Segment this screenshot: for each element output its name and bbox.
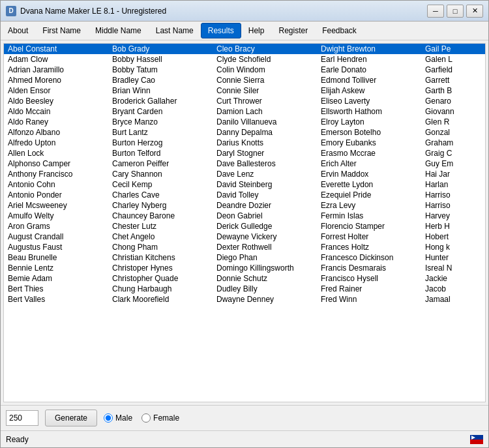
name-cell: Burton Herzog xyxy=(108,138,213,148)
female-radio-label[interactable]: Female xyxy=(141,413,179,423)
name-cell: Francis Desmarais xyxy=(317,263,421,273)
name-cell: Aldo Mccain xyxy=(4,106,108,117)
name-cell: Galen L xyxy=(421,54,485,65)
table-row[interactable]: Aldo BeesleyBroderick GallaherCurt Throw… xyxy=(4,96,485,106)
table-row[interactable]: Anthony FranciscoCary ShannonDave LenzEr… xyxy=(4,169,485,179)
male-radio-label[interactable]: Male xyxy=(104,413,132,423)
name-cell: Brian Winn xyxy=(108,85,213,96)
name-cell: Christoper Hynes xyxy=(108,263,213,273)
table-row[interactable]: Bemie AdamChristopher QuadeDonnie Schutz… xyxy=(4,273,485,284)
generate-button[interactable]: Generate xyxy=(45,410,97,426)
table-row[interactable]: Bennie LentzChristoper HynesDomingo Kill… xyxy=(4,263,485,273)
table-row[interactable]: August CrandallChet AngeloDewayne Vicker… xyxy=(4,231,485,242)
name-cell: Derick Gulledge xyxy=(213,221,317,231)
name-cell: Ariel Mcsweeney xyxy=(4,200,108,211)
names-list-scroll[interactable]: Abel ConstantBob GradyCleo BracyDwight B… xyxy=(4,44,485,402)
male-radio[interactable] xyxy=(104,413,113,423)
name-cell: Deandre Dozier xyxy=(213,200,317,211)
table-row[interactable]: Augustus FaustChong PhamDexter RothwellF… xyxy=(4,242,485,252)
names-table: Abel ConstantBob GradyCleo BracyDwight B… xyxy=(4,44,485,305)
menu-help[interactable]: Help xyxy=(241,23,272,38)
table-row[interactable]: Alphonso CamperCameron PeifferDave Balle… xyxy=(4,158,485,169)
name-cell: Erich Alter xyxy=(317,158,421,169)
table-row[interactable]: Beau BrunelleChristian KitchensDiego Pha… xyxy=(4,252,485,263)
close-button[interactable]: ✕ xyxy=(466,5,483,18)
name-cell: Earl Hendren xyxy=(317,54,421,65)
name-cell: Bryant Carden xyxy=(108,106,213,117)
name-cell: Francisco Hysell xyxy=(317,273,421,284)
window-controls: ─ □ ✕ xyxy=(427,5,483,18)
table-row[interactable]: Adrian JaramilloBobby TatumColin WindomE… xyxy=(4,65,485,75)
name-cell: Jackie xyxy=(421,273,485,284)
name-cell: Chong Pham xyxy=(108,242,213,252)
name-cell: Isreal N xyxy=(421,263,485,273)
name-cell: Bemie Adam xyxy=(4,273,108,284)
name-cell: Edmond Tolliver xyxy=(317,75,421,85)
name-cell: Cary Shannon xyxy=(108,169,213,179)
name-cell: Colin Windom xyxy=(213,65,317,75)
menu-middle-name[interactable]: Middle Name xyxy=(88,23,149,38)
name-cell: Bennie Lentz xyxy=(4,263,108,273)
window-title: Dvana Name Maker LE 8.1 - Unregistered xyxy=(20,7,427,16)
main-window: D Dvana Name Maker LE 8.1 - Unregistered… xyxy=(0,0,489,448)
table-row[interactable]: Alfredo UptonBurton HerzogDarius KnottsE… xyxy=(4,138,485,148)
name-cell: Allen Lock xyxy=(4,148,108,158)
bottom-controls: Generate Male Female xyxy=(1,405,488,430)
name-cell: Bert Valles xyxy=(4,294,108,305)
table-row[interactable]: Adam ClowBobby HassellClyde SchofieldEar… xyxy=(4,54,485,65)
name-cell: Fermin Islas xyxy=(317,211,421,221)
menu-register[interactable]: Register xyxy=(271,23,315,38)
name-cell: Aldo Beesley xyxy=(4,96,108,106)
minimize-button[interactable]: ─ xyxy=(427,5,444,18)
name-cell: Bobby Hassell xyxy=(108,54,213,65)
maximize-button[interactable]: □ xyxy=(447,5,464,18)
table-row[interactable]: Allen LockBurton TelfordDaryl StognerEra… xyxy=(4,148,485,158)
name-cell: Hunter xyxy=(421,252,485,263)
name-cell: Christopher Quade xyxy=(108,273,213,284)
table-row[interactable]: Aron GramsChester LutzDerick GulledgeFlo… xyxy=(4,221,485,231)
menu-results[interactable]: Results xyxy=(201,23,241,38)
menu-last-name[interactable]: Last Name xyxy=(149,23,201,38)
table-row[interactable]: Abel ConstantBob GradyCleo BracyDwight B… xyxy=(4,44,485,54)
count-input[interactable] xyxy=(6,410,38,426)
name-cell: Ervin Maddox xyxy=(317,169,421,179)
name-cell: Ellsworth Hathom xyxy=(317,106,421,117)
name-cell: Jamaal xyxy=(421,294,485,305)
name-cell: Danny Depalma xyxy=(213,127,317,138)
name-cell: Ezra Levy xyxy=(317,200,421,211)
name-cell: Everette Lydon xyxy=(317,179,421,190)
menu-feedback[interactable]: Feedback xyxy=(315,23,364,38)
name-cell: Adrian Jaramillo xyxy=(4,65,108,75)
table-row[interactable]: Aldo MccainBryant CardenDamion LachEllsw… xyxy=(4,106,485,117)
name-cell: Cameron Peiffer xyxy=(108,158,213,169)
app-icon: D xyxy=(6,6,16,16)
table-row[interactable]: Antonio PonderCharles CaveDavid TolleyEz… xyxy=(4,190,485,200)
name-cell: Frances Holtz xyxy=(317,242,421,252)
female-radio[interactable] xyxy=(141,413,151,423)
table-row[interactable]: Alden EnsorBrian WinnConnie SilerElijah … xyxy=(4,85,485,96)
name-cell: Harvey xyxy=(421,211,485,221)
table-row[interactable]: Ahmed MorenoBradley CaoConnie SierraEdmo… xyxy=(4,75,485,85)
name-cell: August Crandall xyxy=(4,231,108,242)
table-row[interactable]: Antonio CohnCecil KempDavid SteinbergEve… xyxy=(4,179,485,190)
table-row[interactable]: Amulfo WeltyChauncey BaroneDeon GabrielF… xyxy=(4,211,485,221)
table-row[interactable]: Alfonzo AlbanoBurt LantzDanny DepalmaEme… xyxy=(4,127,485,138)
table-row[interactable]: Bert ThiesChung HarbaughDudley BillyFred… xyxy=(4,284,485,294)
name-cell: Elroy Layton xyxy=(317,117,421,127)
name-cell: Burt Lantz xyxy=(108,127,213,138)
name-cell: Donnie Schutz xyxy=(213,273,317,284)
table-row[interactable]: Bert VallesClark MoorefieldDwayne Denney… xyxy=(4,294,485,305)
name-cell: Garth B xyxy=(421,85,485,96)
table-row[interactable]: Aldo RaneyBryce ManzoDanilo VillanuevaEl… xyxy=(4,117,485,127)
table-row[interactable]: Ariel McsweeneyCharley NybergDeandre Doz… xyxy=(4,200,485,211)
name-cell: Antonio Cohn xyxy=(4,179,108,190)
menu-about[interactable]: About xyxy=(1,23,35,38)
name-cell: Hobert xyxy=(421,231,485,242)
status-text: Ready xyxy=(6,435,29,444)
name-cell: Hai Jar xyxy=(421,169,485,179)
menu-first-name[interactable]: First Name xyxy=(35,23,88,38)
name-cell: Hong k xyxy=(421,242,485,252)
name-cell: Bryce Manzo xyxy=(108,117,213,127)
name-cell: Garrett xyxy=(421,75,485,85)
name-cell: Deon Gabriel xyxy=(213,211,317,221)
